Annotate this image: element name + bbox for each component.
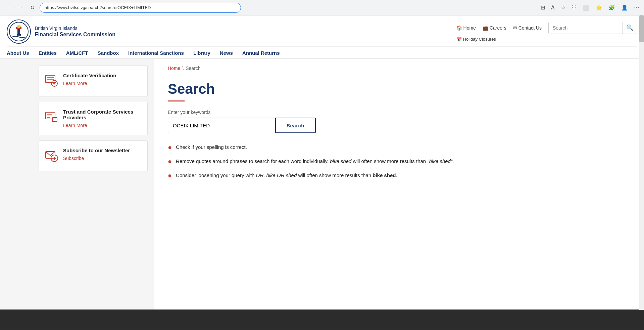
tip-or-text: Consider loosening your query with OR. b… [176,171,397,179]
logo-area: British Virgin Islands Financial Service… [7,19,115,44]
nav-annual-returns[interactable]: Annual Returns [242,50,280,58]
sidebar-newsletter-text: Subscribe to our Newsletter Subscribe [63,148,130,161]
sidebar-newsletter-link[interactable]: Subscribe [63,156,84,161]
breadcrumb-separator: \ [182,66,184,71]
header-search-box: 🔍 [548,22,637,34]
tip-quotes: ● Remove quotes around phrases to search… [168,157,631,165]
address-bar[interactable] [40,3,241,13]
scrollbar-thumb[interactable] [639,15,644,42]
search-submit-button[interactable]: Search [275,118,316,133]
header-search-button[interactable]: 🔍 [623,22,637,34]
nav-about[interactable]: About Us [7,50,29,58]
logo-line2: Financial Services Commission [35,31,115,38]
nav-sandbox[interactable]: Sandbox [98,50,119,58]
browser-menu-icon[interactable]: ⋯ [633,4,641,11]
page-body: Certificate Verification Learn More [0,59,644,310]
logo-image [7,19,31,44]
breadcrumb: Home \ Search [168,66,631,71]
sidebar-card-inner-newsletter: Subscribe to our Newsletter Subscribe [44,148,141,164]
browser-chrome: ← → ↻ ⊞ 𝖠 ☆ 🛡 ⬜ ⭐ 🧩 👤 ⋯ [0,0,644,15]
forward-button[interactable]: → [15,3,25,12]
nav-amlcft[interactable]: AML/CFT [66,50,88,58]
svg-point-9 [51,80,57,86]
bullet-dot-3: ● [168,171,172,179]
trust-icon [44,110,58,126]
tip-spelling-text: Check if your spelling is correct. [176,143,247,151]
sidebar-card-trust: Trust and Corporate Services Providers L… [39,102,148,135]
calendar-icon: 📅 [456,37,462,42]
bullet-dot-1: ● [168,143,172,151]
header-search-input[interactable] [549,22,623,34]
browser-shield-icon[interactable]: 🛡 [570,4,578,11]
tip-or: ● Consider loosening your query with OR.… [168,171,631,179]
bullet-dot-2: ● [168,157,172,165]
browser-profile-icon[interactable]: 👤 [620,4,629,11]
nav-careers-link[interactable]: 💼 Careers [483,25,506,31]
sidebar-trust-title: Trust and Corporate Services Providers [63,109,141,120]
sidebar-newsletter-title: Subscribe to our Newsletter [63,148,130,153]
header-right: 🏠 Home 💼 Careers ✉ Contact Us 🔍 [456,22,637,42]
tip-quotes-text: Remove quotes around phrases to search f… [176,157,454,165]
search-title-divider [168,100,185,101]
svg-rect-3 [17,34,21,36]
sidebar-certificate-link[interactable]: Learn More [63,81,87,86]
tip-spelling: ● Check if your spelling is correct. [168,143,631,151]
sidebar-card-certificate: Certificate Verification Learn More [39,66,148,96]
nav-sanctions[interactable]: International Sanctions [128,50,184,58]
certificate-icon [44,73,58,89]
header-top: British Virgin Islands Financial Service… [7,15,637,46]
home-icon: 🏠 [456,25,462,31]
search-form: Search [168,118,631,133]
reload-button[interactable]: ↻ [28,3,37,12]
logo-text: British Virgin Islands Financial Service… [35,26,115,38]
browser-split-icon[interactable]: ⬜ [582,4,591,11]
browser-extensions-icon[interactable]: 🧩 [607,4,616,11]
sidebar-trust-text: Trust and Corporate Services Providers L… [63,109,141,128]
sidebar-certificate-text: Certificate Verification Learn More [63,73,116,86]
contact-icon: ✉ [513,25,517,31]
browser-reader-icon[interactable]: 𝖠 [550,4,556,11]
nav-holiday-link[interactable]: 📅 Holiday Closures [456,37,496,42]
sidebar-trust-link[interactable]: Learn More [63,123,87,128]
sidebar-card-inner-certificate: Certificate Verification Learn More [44,73,141,89]
site-footer [0,310,644,330]
careers-icon: 💼 [483,25,488,31]
browser-tab-icon[interactable]: ⊞ [539,4,546,11]
search-icon: 🔍 [626,24,634,32]
site-header: British Virgin Islands Financial Service… [0,15,644,59]
nav-library[interactable]: Library [193,50,210,58]
search-tips-list: ● Check if your spelling is correct. ● R… [168,143,631,179]
search-page-title: Search [168,81,631,97]
nav-entities[interactable]: Entities [39,50,57,58]
browser-toolbar-icons: ⊞ 𝖠 ☆ 🛡 ⬜ ⭐ 🧩 👤 ⋯ [539,4,641,11]
sidebar-card-inner-trust: Trust and Corporate Services Providers L… [44,109,141,128]
search-keywords-label: Enter your keywords [168,110,631,115]
sidebar-card-newsletter: Subscribe to our Newsletter Subscribe [39,140,148,171]
header-top-links: 🏠 Home 💼 Careers ✉ Contact Us 🔍 [456,22,637,34]
sidebar-certificate-title: Certificate Verification [63,73,116,78]
svg-rect-5 [46,75,55,83]
nav-contact-link[interactable]: ✉ Contact Us [513,25,542,31]
sidebar: Certificate Verification Learn More [0,59,154,310]
svg-point-4 [17,25,21,28]
browser-collections-icon[interactable]: ⭐ [594,4,604,11]
back-button[interactable]: ← [3,3,13,12]
nav-home-link[interactable]: 🏠 Home [456,25,476,31]
nav-news[interactable]: News [220,50,233,58]
breadcrumb-current: Search [186,66,200,71]
logo-svg [9,22,29,42]
newsletter-icon [44,148,58,164]
browser-favorite-icon[interactable]: ☆ [559,4,567,11]
main-content: Home \ Search Search Enter your keywords… [154,59,644,310]
main-nav: About Us Entities AML/CFT Sandbox Intern… [7,46,637,58]
logo-line1: British Virgin Islands [35,26,115,31]
scrollbar-track[interactable] [639,15,644,310]
breadcrumb-home[interactable]: Home [168,66,180,71]
search-keyword-input[interactable] [168,118,275,133]
